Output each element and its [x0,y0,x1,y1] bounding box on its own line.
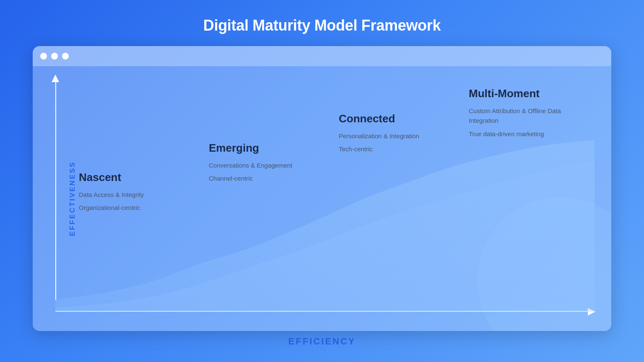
stage-emerging-desc-1: Conversations & Engagement [209,160,330,170]
svg-marker-0 [52,75,59,82]
stage-multimoment-title: Multi-Moment [469,87,590,100]
browser-bar [33,46,611,66]
stage-connected-title: Connected [339,112,460,125]
stage-multimoment-desc-1: Custom Attribution & Offline Data Integr… [469,106,590,126]
x-axis-arrow [586,308,595,315]
y-axis-arrow [52,75,59,84]
x-axis-line [55,311,595,312]
stage-multimoment-desc-2: True data-driven marketing [469,129,590,139]
stages-container: Nascent Data Access & Integrity Organiza… [75,79,595,284]
stage-emerging: Emerging Conversations & Engagement Chan… [205,79,335,187]
browser-window: EFFECTIVENESS Nascent Data Access & Inte… [33,46,611,331]
y-axis-line [55,78,56,300]
stage-multimoment: Multi-Moment Custom Attribution & Offlin… [465,79,595,142]
page-title: Digital Maturity Model Framework [203,17,441,34]
stage-connected-desc-2: Tech-centric [339,144,460,154]
stage-connected: Connected Personalization & Integration … [335,79,465,158]
x-axis-label: EFFICIENCY [288,336,356,347]
stage-nascent-desc-1: Data Access & Integrity [79,190,200,199]
stage-nascent: Nascent Data Access & Integrity Organiza… [75,79,205,216]
browser-dot-2 [51,53,58,59]
stage-emerging-title: Emerging [209,142,330,155]
stage-nascent-title: Nascent [79,171,200,184]
browser-dot-3 [62,53,69,59]
svg-marker-1 [588,308,595,315]
stage-emerging-desc-2: Channel-centric [209,173,330,183]
chart-area: EFFECTIVENESS Nascent Data Access & Inte… [33,66,611,331]
stage-nascent-desc-2: Organizational-centric [79,203,200,212]
stage-connected-desc-1: Personalization & Integration [339,131,460,141]
browser-dot-1 [40,53,47,59]
